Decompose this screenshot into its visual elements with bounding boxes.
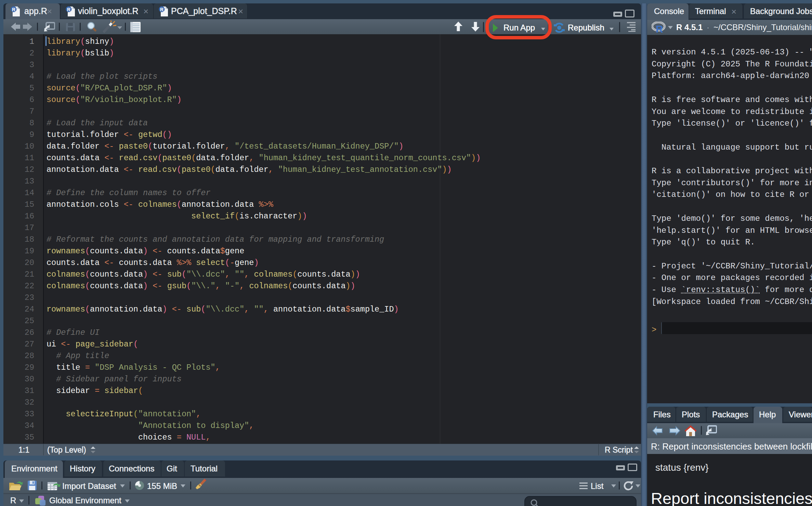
- svg-text:R: R: [12, 7, 15, 12]
- svg-text:R: R: [67, 7, 70, 12]
- svg-text:R: R: [656, 23, 663, 33]
- svg-text:R: R: [160, 7, 163, 12]
